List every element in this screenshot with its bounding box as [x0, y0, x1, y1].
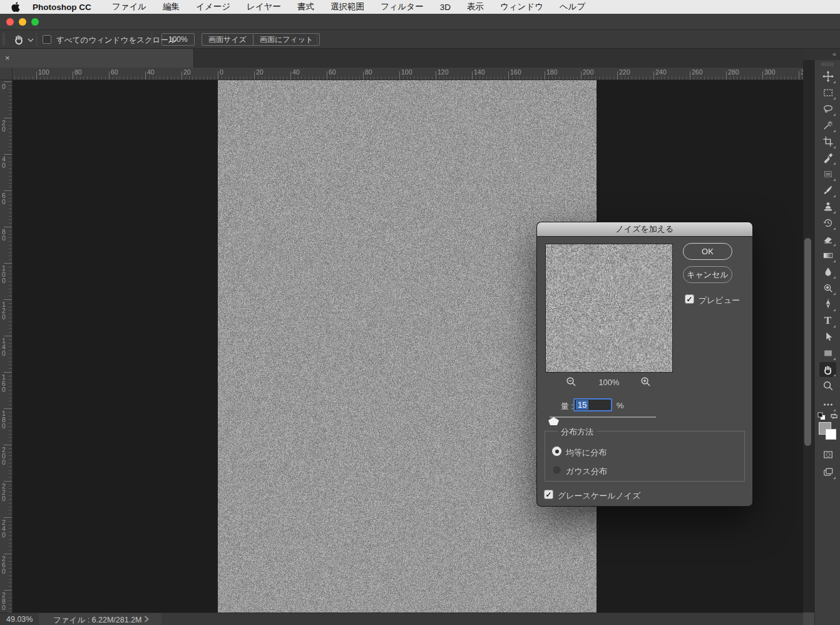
preview-zoom-level: 100%: [545, 378, 673, 387]
options-bar-grip[interactable]: [3, 33, 5, 46]
close-window-button[interactable]: [6, 18, 14, 26]
tool-options-bar: すべてのウィンドウをスクロール 100% 画面サイズ 画面にフィット: [0, 30, 840, 49]
status-zoom-level[interactable]: 49.03%: [6, 615, 33, 624]
menu-window[interactable]: ウィンドウ: [500, 1, 543, 13]
monochromatic-checkbox[interactable]: [544, 490, 553, 499]
ruler-label: 60: [329, 68, 336, 76]
actual-pixels-button[interactable]: 100%: [161, 33, 195, 46]
ok-button[interactable]: OK: [683, 243, 732, 260]
collapse-panel-icon[interactable]: «: [832, 50, 836, 58]
edit-toolbar-icon[interactable]: [819, 397, 836, 412]
status-file-info[interactable]: ファイル : 6.22M/281.2M: [53, 615, 142, 625]
path-selection-tool[interactable]: [819, 329, 836, 344]
rectangular-marquee-tool[interactable]: [819, 85, 836, 100]
menu-file[interactable]: ファイル: [112, 1, 146, 13]
zoom-window-button[interactable]: [31, 18, 39, 26]
ruler-label: 2 0: [2, 120, 6, 132]
uniform-radio[interactable]: [552, 447, 561, 456]
hand-tool[interactable]: [819, 362, 836, 377]
amount-unit: %: [617, 401, 624, 410]
swap-colors-icon[interactable]: [828, 411, 839, 421]
ruler-label: 80: [74, 68, 82, 76]
options-divider: [151, 33, 152, 46]
background-color-swatch[interactable]: [826, 429, 836, 440]
ruler-label: 2 6 0: [2, 555, 6, 574]
vertical-scrollbar-thumb[interactable]: [804, 238, 811, 446]
ruler-label: 40: [147, 68, 155, 76]
ruler-label: 300: [764, 68, 776, 76]
preview-checkbox[interactable]: [685, 294, 694, 304]
tools-panel-grip[interactable]: [821, 63, 834, 66]
amount-slider-thumb[interactable]: [548, 417, 559, 425]
zoom-in-icon[interactable]: [640, 376, 651, 389]
zoom-tool[interactable]: [819, 378, 836, 393]
ruler-label: 20: [183, 68, 191, 76]
menu-type[interactable]: 書式: [297, 1, 314, 13]
default-colors-icon[interactable]: [816, 411, 827, 421]
menu-3d[interactable]: 3D: [440, 3, 451, 12]
fit-screen-button[interactable]: 画面にフィット: [253, 33, 320, 46]
dodge-tool[interactable]: [819, 281, 836, 296]
ruler-label: 220: [619, 68, 630, 76]
menu-bar: Photoshop CC ファイル 編集 イメージ レイヤー 書式 選択範囲 フ…: [0, 0, 840, 14]
healing-brush-tool[interactable]: [819, 167, 836, 182]
history-brush-tool[interactable]: [819, 215, 836, 230]
brush-tool[interactable]: [819, 183, 836, 198]
shape-tool[interactable]: [819, 346, 836, 361]
lasso-tool[interactable]: [819, 101, 836, 116]
blur-tool[interactable]: [819, 264, 836, 279]
menu-help[interactable]: ヘルプ: [560, 1, 585, 13]
minimize-window-button[interactable]: [19, 18, 26, 26]
ruler-label: 0: [2, 83, 6, 90]
ruler-label: 1 4 0: [2, 338, 6, 356]
hand-tool-icon[interactable]: [13, 33, 26, 46]
pen-tool[interactable]: [819, 297, 836, 312]
window-title-bar: [0, 14, 840, 30]
menu-view[interactable]: 表示: [467, 1, 484, 13]
document-tab[interactable]: ×: [0, 49, 194, 68]
tool-preset-caret-icon[interactable]: [28, 36, 34, 44]
ruler-label: 80: [365, 68, 372, 76]
clone-stamp-tool[interactable]: [819, 199, 836, 214]
scrollbar-corner: [803, 612, 814, 625]
eraser-tool[interactable]: [819, 232, 836, 247]
menu-image[interactable]: イメージ: [196, 1, 230, 13]
ruler-label: 100: [401, 68, 412, 76]
move-tool[interactable]: [819, 69, 836, 84]
magic-wand-tool[interactable]: [819, 118, 836, 133]
scroll-all-windows-label: すべてのウィンドウをスクロール: [56, 35, 177, 46]
close-tab-icon[interactable]: ×: [5, 54, 10, 62]
menu-app-name[interactable]: Photoshop CC: [33, 3, 91, 12]
menu-edit[interactable]: 編集: [163, 1, 180, 13]
screen-size-button[interactable]: 画面サイズ: [202, 33, 254, 46]
screen-mode-button[interactable]: [819, 465, 836, 480]
quick-mask-button[interactable]: [819, 447, 836, 462]
cancel-button[interactable]: キャンセル: [683, 266, 732, 283]
amount-value: 15: [576, 400, 588, 410]
scroll-all-windows-checkbox[interactable]: [43, 35, 51, 44]
ruler-label: 2 2 0: [2, 483, 6, 502]
menu-layer[interactable]: レイヤー: [247, 1, 281, 13]
status-bar: 49.03% ファイル : 6.22M/281.2M: [0, 612, 803, 625]
type-tool[interactable]: T: [819, 313, 836, 328]
menu-select[interactable]: 選択範囲: [330, 1, 364, 13]
eyedropper-tool[interactable]: [819, 150, 836, 165]
menu-filter[interactable]: フィルター: [381, 1, 424, 13]
gaussian-radio[interactable]: [552, 465, 561, 475]
add-noise-dialog: ノイズを加える OK キャンセル プレビュー 100% 量 : 15 % 分布方…: [537, 222, 752, 506]
apple-menu-icon[interactable]: [11, 2, 21, 12]
gradient-tool[interactable]: [819, 248, 836, 263]
noise-preview[interactable]: [545, 244, 673, 373]
ruler-label: 120: [438, 68, 449, 76]
uniform-radio-label: 均等に分布: [566, 447, 607, 458]
status-menu-chevron-icon[interactable]: [144, 616, 149, 624]
ruler-label: 0: [220, 68, 223, 76]
color-swatches: [819, 422, 837, 442]
ruler-label: 60: [111, 68, 118, 76]
crop-tool[interactable]: [819, 134, 836, 149]
ruler-label: 2 0 0: [2, 447, 6, 465]
dialog-title[interactable]: ノイズを加える: [537, 222, 752, 237]
amount-slider-track[interactable]: [550, 416, 656, 418]
amount-input[interactable]: 15: [573, 398, 612, 411]
ruler-origin-corner: [0, 68, 13, 80]
